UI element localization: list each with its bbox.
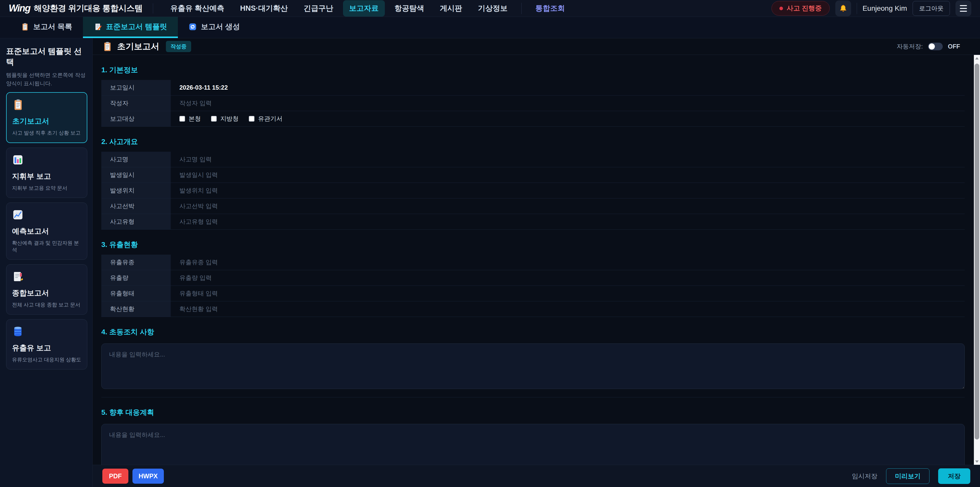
section-title-initial-actions: 4. 초동조치 사항 [101, 327, 965, 337]
incident-type-input[interactable] [180, 218, 965, 225]
refresh-icon [189, 23, 197, 31]
field-label: 발생위치 [101, 183, 171, 198]
table-row: 사고유형 [101, 214, 965, 230]
template-name: 초기보고서 [12, 116, 81, 126]
field-label: 유출유종 [101, 255, 171, 270]
memo-pencil-icon [94, 23, 102, 31]
field-label: 유출량 [101, 270, 171, 286]
nav-item-reports[interactable]: 보고자료 [343, 0, 385, 17]
top-bar: Wing 해양환경 위기대응 통합시스템 유출유 확산예측 HNS·대기확산 긴… [0, 0, 980, 17]
table-row: 발생일시 [101, 167, 965, 183]
table-row: 확산현황 [101, 301, 965, 317]
app-logo: Wing 해양환경 위기대응 통합시스템 [9, 3, 143, 14]
nav-item-aerial-search[interactable]: 항공탐색 [388, 0, 430, 17]
incident-vessel-input[interactable] [180, 203, 965, 210]
nav-item-integrated-search[interactable]: 통합조회 [529, 0, 571, 17]
toggle-knob [929, 43, 935, 49]
occurrence-location-input[interactable] [180, 187, 965, 194]
template-card-comprehensive-report[interactable]: 종합보고서 전체 사고 대응 종합 보고 문서 [6, 264, 87, 315]
oil-type-input[interactable] [180, 259, 965, 266]
report-tab-bar: 보고서 목록 표준보고서 템플릿 보고서 생성 [0, 17, 980, 38]
scrollbar-thumb[interactable] [975, 64, 979, 439]
diffusion-status-input[interactable] [180, 305, 965, 313]
scroll-down-arrow[interactable] [974, 458, 980, 465]
save-button[interactable]: 저장 [938, 468, 970, 484]
user-name: Eunjeong Kim [862, 4, 907, 13]
form-content: 1. 기본정보 보고일시 2026-03-11 15:22 작성자 보고대상 본… [93, 55, 980, 465]
field-label: 발생일시 [101, 167, 171, 183]
nav-item-oil-spill-prediction[interactable]: 유출유 확산예측 [164, 0, 231, 17]
template-card-prediction-report[interactable]: 예측보고서 확산예측 결과 및 민감자원 분석 [6, 203, 87, 260]
incident-name-input[interactable] [180, 156, 965, 163]
field-label: 보고일시 [101, 80, 171, 95]
table-row: 유출형태 [101, 286, 965, 301]
nav-item-weather-info[interactable]: 기상정보 [472, 0, 514, 17]
template-card-initial-report[interactable]: 초기보고서 사고 발생 직후 초기 상황 보고 [6, 92, 87, 143]
nav-item-board[interactable]: 게시판 [434, 0, 468, 17]
checkbox-icon[interactable] [211, 116, 217, 121]
initial-actions-textarea[interactable] [101, 343, 965, 389]
tab-report-list[interactable]: 보고서 목록 [10, 17, 83, 38]
temp-save-button[interactable]: 임시저장 [852, 472, 877, 481]
preview-button[interactable]: 미리보기 [886, 468, 929, 484]
clipboard-icon [12, 99, 24, 110]
scroll-up-arrow[interactable] [974, 55, 980, 62]
field-label: 보고대상 [101, 111, 171, 126]
section-title-incident-overview: 2. 사고개요 [101, 137, 965, 147]
checkbox-regional-office[interactable]: 지방청 [211, 115, 239, 123]
occurrence-datetime-input[interactable] [180, 171, 965, 179]
template-desc: 유류오염사고 대응지원 상황도 [12, 356, 81, 363]
report-title: 초기보고서 [117, 41, 159, 52]
autosave-toggle[interactable] [928, 43, 943, 50]
template-name: 유출유 보고 [12, 343, 81, 353]
logout-button[interactable]: 로그아웃 [913, 1, 950, 16]
tab-standard-templates[interactable]: 표준보고서 템플릿 [83, 17, 178, 38]
writer-input[interactable] [180, 100, 965, 107]
logo-wing-icon: Wing [9, 3, 30, 14]
autosave-label: 자동저장: [897, 42, 923, 51]
field-label: 사고유형 [101, 214, 171, 229]
template-card-command-report[interactable]: 지휘부 보고 지휘부 보고용 요약 문서 [6, 148, 87, 198]
checkbox-label: 지방청 [220, 115, 239, 123]
scrollbar[interactable] [974, 55, 980, 465]
autosave-control: 자동저장: OFF [897, 42, 970, 51]
export-pdf-button[interactable]: PDF [102, 469, 128, 484]
table-row: 보고일시 2026-03-11 15:22 [101, 80, 965, 96]
field-label: 유출형태 [101, 286, 171, 301]
tab-report-create[interactable]: 보고서 생성 [178, 17, 251, 38]
checkbox-related-agency[interactable]: 유관기서 [249, 115, 283, 123]
table-row: 작성자 [101, 96, 965, 111]
clipboard-icon [102, 42, 113, 51]
spill-form-input[interactable] [180, 290, 965, 297]
tab-label: 표준보고서 템플릿 [106, 22, 167, 32]
checkbox-icon[interactable] [249, 116, 255, 121]
export-hwpx-button[interactable]: HWPX [132, 469, 164, 484]
field-label: 사고명 [101, 152, 171, 167]
user-divider [857, 3, 857, 14]
checkbox-label: 유관기서 [258, 115, 283, 123]
future-plan-textarea[interactable] [101, 424, 965, 465]
template-name: 종합보고서 [12, 288, 81, 298]
report-target-options: 본청 지방청 유관기서 [171, 111, 965, 126]
menu-button[interactable] [956, 0, 971, 16]
checkbox-headquarters[interactable]: 본청 [180, 115, 201, 123]
table-row: 사고선박 [101, 198, 965, 214]
basic-info-table: 보고일시 2026-03-11 15:22 작성자 보고대상 본청 [101, 80, 965, 127]
section-divider [101, 397, 965, 398]
report-header: 초기보고서 작성중 자동저장: OFF [93, 38, 980, 55]
spill-amount-input[interactable] [180, 274, 965, 281]
clipboard-icon [21, 23, 29, 31]
notifications-button[interactable] [835, 0, 851, 16]
checkbox-label: 본청 [189, 115, 201, 123]
template-card-oil-spill-report[interactable]: 유출유 보고 유류오염사고 대응지원 상황도 [6, 319, 87, 369]
content-shell: 표준보고서 템플릿 선택 템플릿을 선택하면 오른쪽에 작성 양식이 표시됩니다… [0, 38, 980, 487]
footer-right-actions: 임시저장 미리보기 저장 [852, 468, 970, 484]
template-desc: 전체 사고 대응 종합 보고 문서 [12, 301, 81, 308]
autosave-state: OFF [948, 43, 960, 50]
field-label: 사고선박 [101, 198, 171, 214]
main-nav: 유출유 확산예측 HNS·대기확산 긴급구난 보고자료 항공탐색 게시판 기상정… [164, 0, 571, 17]
tab-label: 보고서 목록 [33, 22, 72, 32]
checkbox-icon[interactable] [180, 116, 185, 121]
nav-item-hns-air-diffusion[interactable]: HNS·대기확산 [234, 0, 294, 17]
nav-item-emergency-rescue[interactable]: 긴급구난 [298, 0, 339, 17]
